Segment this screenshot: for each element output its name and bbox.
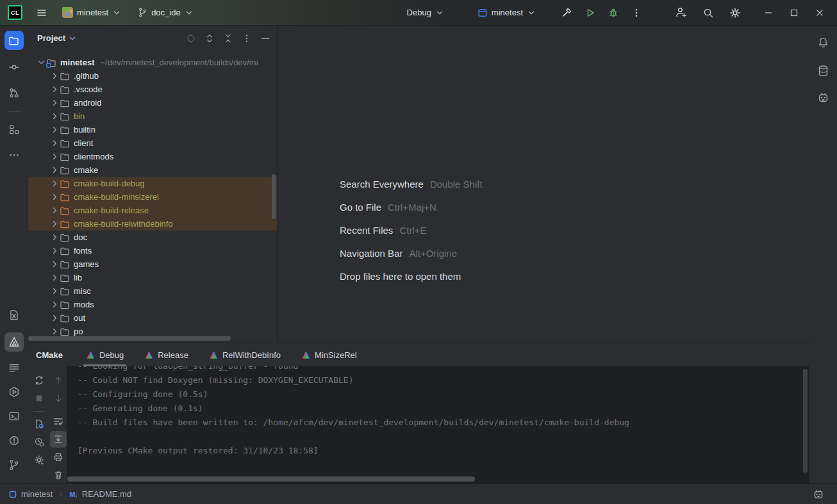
tree-item[interactable]: cmake-build-release (28, 204, 277, 217)
more-tool-windows-button[interactable] (4, 145, 24, 165)
tree-item[interactable]: client (28, 136, 277, 150)
tree-item[interactable]: doc (28, 231, 277, 244)
panel-options-icon[interactable] (242, 33, 252, 44)
collapse-all-icon[interactable] (223, 33, 233, 44)
hammer-icon (561, 7, 572, 18)
database-tool-button[interactable] (814, 61, 833, 80)
chevron-right-icon (57, 491, 65, 498)
project-vertical-scrollbar[interactable] (272, 174, 276, 219)
editor-empty-hints: Search EverywhereDouble Shift Go to File… (340, 179, 483, 294)
tree-item[interactable]: fonts (28, 244, 277, 257)
ai-assistant-tool-button[interactable] (814, 88, 833, 107)
run-configuration-selector[interactable]: minetest (472, 4, 541, 21)
module-icon (9, 491, 17, 498)
hint-shortcut: Double Shift (430, 179, 483, 190)
problems-tool-button[interactable] (4, 431, 24, 450)
build-button[interactable] (556, 4, 577, 21)
commit-tool-button[interactable] (4, 58, 24, 77)
project-horizontal-scrollbar[interactable] (28, 336, 231, 341)
tree-item[interactable]: cmake-build-minsizerel (28, 190, 277, 204)
cmake-console[interactable]: -- Looking for luaopen_string_buffer - f… (67, 366, 809, 484)
commit-icon (8, 61, 20, 73)
cmake-tool-button[interactable] (4, 332, 24, 352)
vcs-branch-widget[interactable]: doc_ide (133, 4, 199, 20)
console-vertical-scrollbar[interactable] (803, 369, 808, 473)
root-path: ~/dev/minetest_development/builds/dev/mi (100, 58, 258, 67)
minimize-button[interactable] (758, 3, 779, 22)
services-tool-button[interactable] (4, 382, 24, 402)
code-with-me-button[interactable] (670, 3, 692, 22)
breadcrumb-file[interactable]: README.md (82, 489, 131, 499)
tree-item[interactable]: games (28, 257, 277, 271)
soft-wrap-button[interactable] (50, 413, 67, 430)
tree-item[interactable]: mods (28, 298, 277, 311)
breadcrumb-project[interactable]: minetest (21, 489, 53, 499)
locate-file-icon[interactable] (186, 33, 196, 44)
ai-assistant-status-button[interactable] (809, 485, 828, 504)
tree-item[interactable]: cmake (28, 163, 277, 177)
build-type-selector[interactable]: Debug (402, 4, 449, 20)
pull-requests-tool-button[interactable] (4, 83, 24, 102)
clear-console-button[interactable] (50, 467, 67, 484)
project-panel-title-button[interactable]: Project (37, 33, 77, 43)
expand-all-icon[interactable] (204, 33, 215, 44)
hide-panel-icon[interactable] (260, 33, 270, 44)
project-panel-title: Project (37, 33, 65, 43)
tree-item[interactable]: cmake-build-debug (28, 177, 277, 190)
history-button[interactable] (31, 434, 47, 450)
debug-button[interactable] (603, 4, 624, 21)
console-horizontal-scrollbar[interactable] (67, 476, 475, 482)
database-icon (817, 65, 829, 77)
tree-item[interactable]: builtin (28, 123, 277, 136)
hint-shortcut: Alt+Origine (409, 248, 457, 259)
terminal-icon (8, 411, 20, 422)
run-button[interactable] (580, 4, 601, 21)
next-message-button[interactable] (50, 390, 67, 407)
scroll-to-end-button[interactable] (50, 431, 67, 448)
console-line: [Previous CMake output restored: 31/10/2… (78, 444, 809, 458)
project-tree: minetest ~/dev/minetest_development/buil… (28, 56, 277, 338)
tree-root-row[interactable]: minetest ~/dev/minetest_development/buil… (28, 56, 277, 69)
tree-item[interactable]: android (28, 96, 277, 110)
project-widget[interactable]: minetest (57, 4, 126, 21)
tree-item[interactable]: cmake-build-relwithdebinfo (28, 217, 277, 231)
tree-item[interactable]: bin (28, 110, 277, 123)
terminal-tool-button[interactable] (4, 407, 24, 426)
close-button[interactable] (809, 3, 831, 22)
structure-tool-button[interactable] (4, 120, 24, 139)
tab-debug[interactable]: Debug (86, 343, 124, 366)
toolbar-divider (33, 411, 45, 412)
project-tool-button[interactable] (4, 31, 24, 50)
folder-icon (60, 98, 70, 108)
todo-tool-button[interactable] (4, 358, 24, 377)
tab-minsizerel[interactable]: MinSizeRel (301, 343, 357, 366)
git-branch-icon (8, 459, 20, 471)
file-tool-button[interactable] (4, 305, 24, 325)
folder-icon (60, 165, 70, 175)
folder-icon (60, 313, 70, 323)
tree-item[interactable]: misc (28, 284, 277, 298)
reload-cmake-button[interactable] (31, 372, 47, 389)
git-tool-button[interactable] (4, 455, 24, 475)
tree-item[interactable]: clientmods (28, 150, 277, 163)
more-actions-button[interactable] (626, 4, 647, 21)
main-menu-button[interactable] (31, 4, 52, 21)
stop-button[interactable] (31, 390, 47, 407)
tab-release[interactable]: Release (144, 343, 188, 366)
tab-relwithdebinfo[interactable]: RelWithDebInfo (209, 343, 281, 366)
search-everywhere-button[interactable] (697, 4, 719, 22)
folder-icon (60, 273, 70, 283)
settings-button[interactable] (724, 4, 746, 22)
tree-item[interactable]: .github (28, 69, 277, 83)
tree-item[interactable]: out (28, 311, 277, 325)
maximize-button[interactable] (783, 3, 805, 22)
open-cmake-settings-button[interactable] (31, 416, 47, 432)
print-button[interactable] (50, 449, 67, 466)
prev-message-button[interactable] (50, 372, 67, 389)
chevron-right-icon (50, 327, 60, 336)
notifications-button[interactable] (814, 33, 833, 52)
tree-item[interactable]: lib (28, 271, 277, 284)
tree-item[interactable]: .vscode (28, 83, 277, 96)
chevron-right-icon (50, 125, 60, 134)
settings-gear-button[interactable] (31, 451, 47, 468)
